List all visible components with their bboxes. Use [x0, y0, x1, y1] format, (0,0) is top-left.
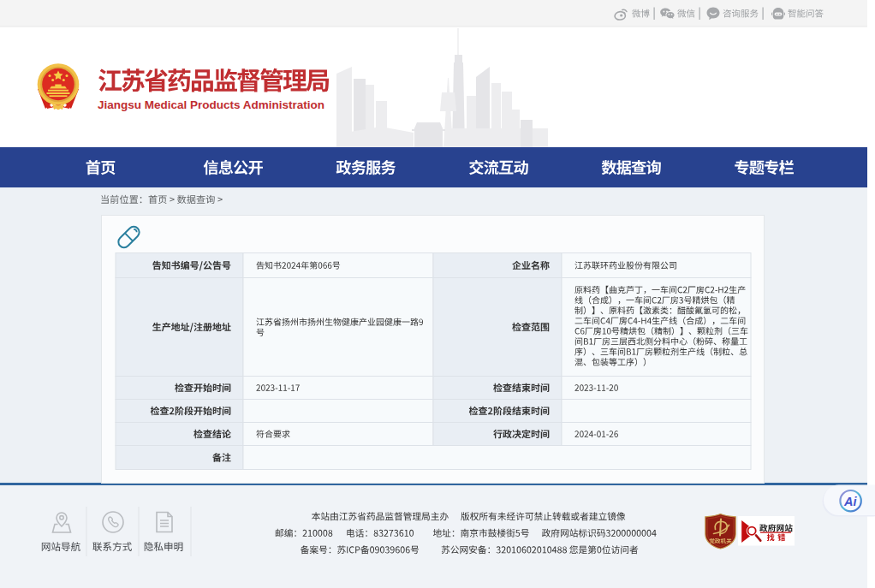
svg-text:Jiangsu Medical Products Admin: Jiangsu Medical Products Administration — [98, 98, 324, 111]
svg-text:Ai: Ai — [843, 495, 857, 508]
